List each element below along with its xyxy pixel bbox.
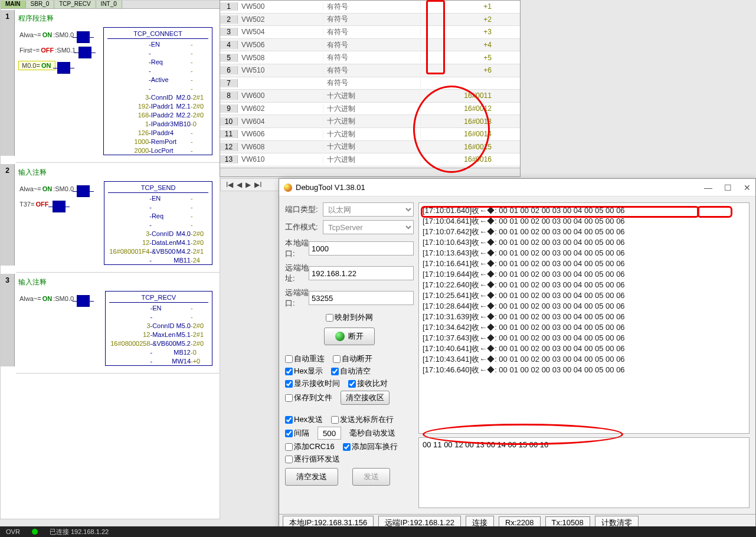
cell-value: 16#0015 xyxy=(421,143,515,151)
debug-title: DebugTool V1.38.01 xyxy=(296,183,365,192)
cell-address[interactable]: VW606 xyxy=(238,130,323,138)
save-file-check[interactable] xyxy=(285,394,293,402)
log-line: [17:10:43.641]收←◆: 00 01 00 02 00 03 00 … xyxy=(423,354,745,365)
table-row[interactable]: 4 VW506 有符号 +4 xyxy=(220,39,520,52)
app-icon xyxy=(284,184,292,192)
cell-value: 16#0012 xyxy=(421,104,515,113)
table-hscroll[interactable] xyxy=(220,168,520,176)
send-text-content: 00 11 00 12 00 13 00 14 00 15 00 16 xyxy=(423,440,548,449)
table-row[interactable]: 3 VW504 有符号 +3 xyxy=(220,26,520,39)
show-time-check[interactable] xyxy=(285,380,293,388)
cell-format[interactable]: 十六进制 xyxy=(323,104,421,114)
debug-config-panel: 端口类型:以太网 工作模式:TcpServer 本地端口: 远端地址: 远端端口… xyxy=(285,202,414,508)
send-cursor-check[interactable] xyxy=(331,416,339,424)
status-dot-icon xyxy=(335,332,345,341)
cell-format[interactable]: 有符号 xyxy=(323,14,421,24)
local-port-input[interactable] xyxy=(309,241,414,256)
auto-reconnect-check[interactable] xyxy=(285,355,293,363)
network-title: 程序段注释 xyxy=(18,14,217,24)
clear-send-button[interactable]: 清空发送 xyxy=(285,468,338,486)
loop-send-check[interactable] xyxy=(285,456,293,463)
table-row[interactable]: 5 VW508 有符号 +5 xyxy=(220,51,520,64)
row-number: 9 xyxy=(220,104,238,113)
map-ext-check[interactable] xyxy=(326,314,333,322)
cell-format[interactable]: 有符号 xyxy=(323,78,421,88)
tab-sbr_0[interactable]: SBR_0 xyxy=(26,1,55,8)
tab-tcp_recv[interactable]: TCP_RECV xyxy=(54,1,96,8)
table-row[interactable]: 9 VW602 十六进制 16#0012 xyxy=(220,103,520,116)
add-crlf-check[interactable] xyxy=(343,443,351,451)
cell-value: +4 xyxy=(421,41,515,49)
cell-format[interactable]: 有符号 xyxy=(323,27,421,37)
table-row[interactable]: 13 VW610 十六进制 16#0016 xyxy=(220,153,520,166)
table-nav[interactable]: I◀◀▶▶I xyxy=(220,178,279,191)
log-line: [17:10:25.641]收←◆: 00 01 00 02 00 03 00 … xyxy=(423,290,745,301)
remote-addr-input[interactable] xyxy=(309,266,414,280)
function-block[interactable]: TCP_CONNECT-EN----Req----Active---3-Conn… xyxy=(103,27,212,155)
function-block[interactable]: TCP_RECV-EN---3-ConnIDM5.0-2#012-MaxLenM… xyxy=(105,291,213,366)
hex-show-check[interactable] xyxy=(285,368,293,375)
auto-clear-check[interactable] xyxy=(331,368,339,375)
table-row[interactable]: 2 VW502 有符号 +2 xyxy=(220,14,520,27)
auto-disconnect-check[interactable] xyxy=(333,355,341,363)
table-row[interactable]: 8 VW600 十六进制 16#0011 xyxy=(220,90,520,103)
row-number: 11 xyxy=(220,130,238,138)
maximize-button[interactable]: ☐ xyxy=(724,183,732,192)
cell-address[interactable]: VW602 xyxy=(238,104,323,113)
row-number: 12 xyxy=(220,143,238,151)
cell-format[interactable]: 有符号 xyxy=(323,2,421,12)
cell-address[interactable]: VW506 xyxy=(238,41,323,49)
port-type-select[interactable]: 以太网 xyxy=(323,202,414,217)
add-crc-check[interactable] xyxy=(285,443,293,451)
table-row[interactable]: 11 VW606 十六进制 16#0014 xyxy=(220,128,520,141)
cell-format[interactable]: 有符号 xyxy=(323,53,421,63)
table-row[interactable]: 12 VW608 十六进制 16#0015 xyxy=(220,141,520,154)
cell-address[interactable]: VW504 xyxy=(238,28,323,36)
cell-value: +2 xyxy=(421,15,515,24)
cell-address[interactable]: VW608 xyxy=(238,143,323,151)
table-row[interactable]: 7 有符号 xyxy=(220,77,520,90)
log-line: [17:10:07.642]收←◆: 00 01 00 02 00 03 00 … xyxy=(423,227,745,237)
cell-format[interactable]: 十六进制 xyxy=(323,91,421,101)
close-button[interactable]: ✕ xyxy=(744,183,751,192)
cell-address[interactable]: VW502 xyxy=(238,15,323,24)
function-block[interactable]: TCP_SEND-EN----Req---3-ConnIDM4.0-2#012-… xyxy=(104,181,212,265)
recv-cmp-check[interactable] xyxy=(348,380,356,388)
minimize-button[interactable]: — xyxy=(704,183,712,192)
tab-int_0[interactable]: INT_0 xyxy=(96,1,122,8)
ovr-indicator: OVR xyxy=(6,528,20,535)
cell-format[interactable]: 十六进制 xyxy=(323,155,421,165)
clear-recv-button[interactable]: 清空接收区 xyxy=(341,391,390,405)
interval-input[interactable] xyxy=(318,427,341,440)
send-button[interactable]: 发送 xyxy=(352,468,390,486)
work-mode-select[interactable]: TcpServer xyxy=(323,220,414,234)
remote-port-input[interactable] xyxy=(309,291,414,305)
cell-address[interactable]: VW600 xyxy=(238,91,323,100)
cell-format[interactable]: 有符号 xyxy=(323,40,421,50)
cell-format[interactable]: 有符号 xyxy=(323,66,421,76)
recv-log[interactable]: [17:10:01.640]收←◆: 00 01 00 02 00 03 00 … xyxy=(418,202,750,434)
table-row[interactable]: 10 VW604 十六进制 16#0013 xyxy=(220,115,520,128)
log-line: [17:10:22.640]收←◆: 00 01 00 02 00 03 00 … xyxy=(423,280,745,290)
interval-check[interactable] xyxy=(285,430,293,437)
disconnect-button[interactable]: 断开 xyxy=(324,328,375,345)
cell-address[interactable]: VW604 xyxy=(238,117,323,126)
remote-port-label: 远端端口: xyxy=(285,287,309,309)
log-line: [17:10:37.643]收←◆: 00 01 00 02 00 03 00 … xyxy=(423,333,745,343)
cell-address[interactable]: VW510 xyxy=(238,66,323,74)
table-row[interactable]: 6 VW510 有符号 +6 xyxy=(220,64,520,77)
cell-address[interactable]: VW500 xyxy=(238,2,323,11)
hex-send-check[interactable] xyxy=(285,416,293,424)
network-number: 1 xyxy=(1,10,15,156)
row-number: 10 xyxy=(220,117,238,126)
tab-main[interactable]: MAIN xyxy=(1,1,26,8)
send-textarea[interactable]: 00 11 00 12 00 13 00 14 00 15 00 16 xyxy=(418,437,750,508)
cell-format[interactable]: 十六进制 xyxy=(323,129,421,139)
cell-address[interactable]: VW610 xyxy=(238,155,323,163)
cell-address[interactable]: VW508 xyxy=(238,54,323,62)
row-number: 4 xyxy=(220,41,238,49)
table-row[interactable]: 1 VW500 有符号 +1 xyxy=(220,1,520,14)
cell-format[interactable]: 十六进制 xyxy=(323,116,421,126)
network-number: 3 xyxy=(1,274,15,366)
cell-format[interactable]: 十六进制 xyxy=(323,142,421,152)
